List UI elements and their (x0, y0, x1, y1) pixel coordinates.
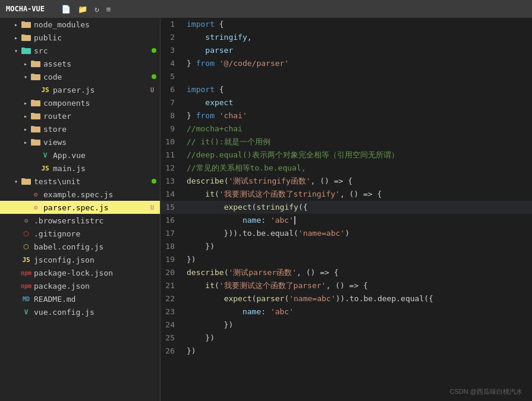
titlebar-actions: 📄 📁 ↻ ≡ (61, 5, 111, 14)
sidebar-item-app-vue[interactable]: V App.vue (0, 149, 160, 162)
line-content: expect(parser('name=abc')).to.be.deep.eq… (184, 292, 532, 305)
line-number: 18 (160, 240, 184, 253)
svg-rect-5 (21, 48, 25, 49)
npm-file-icon: npm (21, 281, 31, 291)
line-content: name: 'abc' (184, 305, 532, 318)
code-line: 15 expect(stringify({ (160, 201, 532, 214)
git-file-icon: ⬡ (21, 229, 31, 238)
sidebar-item-src[interactable]: src (0, 44, 160, 57)
sidebar-item-package-lock[interactable]: npm package-lock.json (0, 266, 160, 279)
git-badge: U (148, 87, 156, 93)
line-content: import { (184, 83, 532, 96)
sidebar-item-package-json[interactable]: npm package.json (0, 279, 160, 292)
code-line: 7 expect (160, 96, 532, 109)
line-number: 17 (160, 227, 184, 240)
sidebar-item-parser-spec[interactable]: ⚙ parser.spec.js U (0, 201, 160, 214)
sidebar-item-jsconfig[interactable]: JS jsconfig.json (0, 253, 160, 266)
sidebar-item-node_modules[interactable]: node_modules (0, 18, 160, 31)
babel-file-icon: ⬡ (21, 242, 31, 251)
code-line: 10 // it():就是一个用例 (160, 135, 532, 149)
code-editor: 1 import { 2 stringify, 3 parser 4 } fro… (160, 18, 532, 401)
line-number: 13 (160, 175, 184, 188)
folder-icon (31, 72, 40, 81)
sidebar-item-code[interactable]: code (0, 70, 160, 83)
line-number: 1 (160, 18, 184, 31)
line-number: 15 (160, 201, 184, 214)
sidebar-item-router[interactable]: router (0, 109, 160, 122)
chevron-icon (21, 138, 30, 146)
modified-badge (152, 48, 156, 53)
js-file-icon: JS (40, 163, 50, 173)
sidebar-item-babel-config[interactable]: ⬡ babel.config.js (0, 240, 160, 253)
code-line: 24 }) (160, 318, 532, 331)
sidebar-item-label: parser.js (53, 86, 148, 94)
modified-badge (152, 74, 156, 79)
sidebar-item-label: views (43, 138, 160, 147)
svg-rect-1 (21, 21, 25, 23)
line-number: 21 (160, 279, 184, 292)
line-content: stringify, (184, 31, 532, 44)
chevron-icon (12, 177, 20, 185)
sidebar-item-example-spec[interactable]: ⚙ example.spec.js (0, 188, 160, 201)
folder-src-icon (21, 46, 31, 55)
sidebar-item-label: vue.config.js (34, 308, 160, 317)
sidebar-item-parser-js[interactable]: JS parser.js U (0, 83, 160, 96)
sidebar-item-browserslistrc[interactable]: ⚙ .browserslistrc (0, 214, 160, 227)
folder-icon (31, 112, 40, 120)
code-line: 11 //deep.equal()表示两个对象完全相等（引用空间无所谓） (160, 149, 532, 162)
line-content: describe('测试parser函数', () => { (184, 266, 532, 279)
code-line: 14 it('我要测试这个函数了stringify', () => { (160, 188, 532, 201)
sidebar-item-assets[interactable]: assets (0, 57, 160, 70)
sidebar-item-label: babel.config.js (34, 242, 160, 251)
folder-icon (31, 125, 40, 133)
svg-rect-3 (21, 34, 25, 36)
sidebar-item-public[interactable]: public (0, 31, 160, 44)
svg-rect-11 (31, 100, 34, 102)
sidebar-item-label: node_modules (34, 20, 160, 29)
sidebar-item-gitignore[interactable]: ⬡ .gitignore (0, 227, 160, 240)
js-file-icon: JS (21, 255, 31, 264)
sidebar-item-label: package-lock.json (34, 269, 160, 277)
line-number: 20 (160, 266, 184, 279)
sidebar-item-readme[interactable]: MD README.md (0, 292, 160, 305)
chevron-icon (12, 20, 20, 29)
folder-icon (31, 59, 40, 68)
sidebar-item-main-js[interactable]: JS main.js (0, 162, 160, 175)
line-content: import { (184, 18, 532, 31)
code-line: 1 import { (160, 18, 532, 31)
new-file-icon[interactable]: 📄 (61, 5, 71, 14)
sidebar-item-label: .gitignore (34, 229, 160, 238)
watermark: CSDN @西瓜味白桃汽水 (450, 387, 522, 396)
refresh-icon[interactable]: ↻ (95, 5, 99, 14)
sidebar-item-label: example.spec.js (43, 190, 160, 199)
sidebar-item-views[interactable]: views (0, 135, 160, 149)
svg-rect-15 (31, 126, 34, 128)
sidebar-item-tests-unit[interactable]: tests\unit (0, 175, 160, 188)
line-number: 10 (160, 135, 184, 149)
line-content: it('我要测试这个函数了stringify', () => { (184, 188, 532, 201)
line-number: 12 (160, 162, 184, 175)
sidebar-item-vue-config[interactable]: V vue.config.js (0, 305, 160, 318)
code-line: 23 name: 'abc' (160, 305, 532, 318)
code-line: 26 }) (160, 345, 532, 358)
svg-rect-13 (31, 113, 34, 115)
sidebar-item-label: store (43, 125, 160, 134)
collapse-icon[interactable]: ≡ (106, 5, 111, 14)
sidebar-item-store[interactable]: store (0, 122, 160, 135)
code-line: 4 } from '@/code/parser' (160, 57, 532, 70)
code-line: 5 (160, 70, 532, 83)
chevron-icon (21, 99, 30, 107)
md-file-icon: MD (21, 294, 31, 304)
line-content: // it():就是一个用例 (184, 135, 532, 149)
line-number: 8 (160, 109, 184, 122)
git-badge: U (148, 204, 156, 211)
line-number: 5 (160, 70, 184, 83)
app-title: MOCHA-VUE (6, 5, 45, 13)
line-number: 19 (160, 253, 184, 266)
line-content: } from 'chai' (184, 109, 532, 122)
line-content: }) (184, 345, 532, 358)
line-number: 24 (160, 318, 184, 331)
new-folder-icon[interactable]: 📁 (78, 5, 87, 14)
sidebar-item-components[interactable]: components (0, 96, 160, 109)
svg-rect-9 (31, 74, 34, 75)
